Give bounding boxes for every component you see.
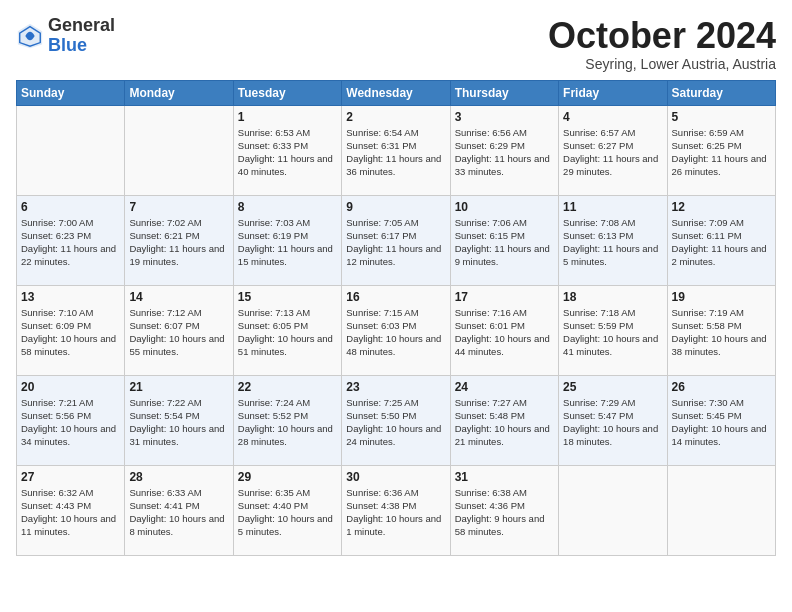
calendar-day-cell: 4Sunrise: 6:57 AMSunset: 6:27 PMDaylight… [559,105,667,195]
weekday-header-tuesday: Tuesday [233,80,341,105]
logo-icon [16,22,44,50]
day-detail: Sunrise: 6:35 AMSunset: 4:40 PMDaylight:… [238,486,337,539]
weekday-header-friday: Friday [559,80,667,105]
day-number: 7 [129,200,228,214]
day-detail: Sunrise: 7:25 AMSunset: 5:50 PMDaylight:… [346,396,445,449]
calendar-day-cell: 20Sunrise: 7:21 AMSunset: 5:56 PMDayligh… [17,375,125,465]
day-number: 24 [455,380,554,394]
day-number: 26 [672,380,771,394]
calendar-day-cell: 7Sunrise: 7:02 AMSunset: 6:21 PMDaylight… [125,195,233,285]
calendar-day-cell: 5Sunrise: 6:59 AMSunset: 6:25 PMDaylight… [667,105,775,195]
day-number: 27 [21,470,120,484]
calendar-day-cell: 12Sunrise: 7:09 AMSunset: 6:11 PMDayligh… [667,195,775,285]
calendar-day-cell: 25Sunrise: 7:29 AMSunset: 5:47 PMDayligh… [559,375,667,465]
day-detail: Sunrise: 6:56 AMSunset: 6:29 PMDaylight:… [455,126,554,179]
day-number: 29 [238,470,337,484]
day-detail: Sunrise: 7:03 AMSunset: 6:19 PMDaylight:… [238,216,337,269]
calendar-day-cell [667,465,775,555]
month-title: October 2024 [548,16,776,56]
day-detail: Sunrise: 7:06 AMSunset: 6:15 PMDaylight:… [455,216,554,269]
day-number: 28 [129,470,228,484]
day-number: 8 [238,200,337,214]
location-subtitle: Seyring, Lower Austria, Austria [548,56,776,72]
day-number: 6 [21,200,120,214]
day-detail: Sunrise: 7:09 AMSunset: 6:11 PMDaylight:… [672,216,771,269]
day-number: 20 [21,380,120,394]
day-detail: Sunrise: 7:13 AMSunset: 6:05 PMDaylight:… [238,306,337,359]
day-number: 25 [563,380,662,394]
calendar-day-cell: 24Sunrise: 7:27 AMSunset: 5:48 PMDayligh… [450,375,558,465]
calendar-table: SundayMondayTuesdayWednesdayThursdayFrid… [16,80,776,556]
calendar-day-cell: 6Sunrise: 7:00 AMSunset: 6:23 PMDaylight… [17,195,125,285]
calendar-week-row: 13Sunrise: 7:10 AMSunset: 6:09 PMDayligh… [17,285,776,375]
calendar-day-cell: 26Sunrise: 7:30 AMSunset: 5:45 PMDayligh… [667,375,775,465]
day-number: 3 [455,110,554,124]
day-number: 13 [21,290,120,304]
weekday-header-saturday: Saturday [667,80,775,105]
day-number: 18 [563,290,662,304]
day-number: 11 [563,200,662,214]
day-detail: Sunrise: 7:05 AMSunset: 6:17 PMDaylight:… [346,216,445,269]
day-detail: Sunrise: 7:02 AMSunset: 6:21 PMDaylight:… [129,216,228,269]
day-detail: Sunrise: 7:10 AMSunset: 6:09 PMDaylight:… [21,306,120,359]
day-number: 1 [238,110,337,124]
day-detail: Sunrise: 6:36 AMSunset: 4:38 PMDaylight:… [346,486,445,539]
calendar-body: 1Sunrise: 6:53 AMSunset: 6:33 PMDaylight… [17,105,776,555]
day-detail: Sunrise: 7:08 AMSunset: 6:13 PMDaylight:… [563,216,662,269]
day-number: 31 [455,470,554,484]
calendar-day-cell: 13Sunrise: 7:10 AMSunset: 6:09 PMDayligh… [17,285,125,375]
calendar-week-row: 6Sunrise: 7:00 AMSunset: 6:23 PMDaylight… [17,195,776,285]
day-number: 10 [455,200,554,214]
calendar-day-cell: 9Sunrise: 7:05 AMSunset: 6:17 PMDaylight… [342,195,450,285]
day-detail: Sunrise: 7:16 AMSunset: 6:01 PMDaylight:… [455,306,554,359]
weekday-header-row: SundayMondayTuesdayWednesdayThursdayFrid… [17,80,776,105]
calendar-day-cell: 21Sunrise: 7:22 AMSunset: 5:54 PMDayligh… [125,375,233,465]
calendar-day-cell: 18Sunrise: 7:18 AMSunset: 5:59 PMDayligh… [559,285,667,375]
day-detail: Sunrise: 7:00 AMSunset: 6:23 PMDaylight:… [21,216,120,269]
day-number: 16 [346,290,445,304]
calendar-day-cell: 8Sunrise: 7:03 AMSunset: 6:19 PMDaylight… [233,195,341,285]
calendar-day-cell: 16Sunrise: 7:15 AMSunset: 6:03 PMDayligh… [342,285,450,375]
day-detail: Sunrise: 6:59 AMSunset: 6:25 PMDaylight:… [672,126,771,179]
calendar-header: SundayMondayTuesdayWednesdayThursdayFrid… [17,80,776,105]
calendar-day-cell: 10Sunrise: 7:06 AMSunset: 6:15 PMDayligh… [450,195,558,285]
day-detail: Sunrise: 7:22 AMSunset: 5:54 PMDaylight:… [129,396,228,449]
calendar-day-cell: 2Sunrise: 6:54 AMSunset: 6:31 PMDaylight… [342,105,450,195]
day-number: 21 [129,380,228,394]
day-number: 9 [346,200,445,214]
day-detail: Sunrise: 7:30 AMSunset: 5:45 PMDaylight:… [672,396,771,449]
calendar-day-cell: 22Sunrise: 7:24 AMSunset: 5:52 PMDayligh… [233,375,341,465]
calendar-day-cell: 19Sunrise: 7:19 AMSunset: 5:58 PMDayligh… [667,285,775,375]
calendar-day-cell: 15Sunrise: 7:13 AMSunset: 6:05 PMDayligh… [233,285,341,375]
title-block: October 2024 Seyring, Lower Austria, Aus… [548,16,776,72]
day-number: 19 [672,290,771,304]
calendar-day-cell: 11Sunrise: 7:08 AMSunset: 6:13 PMDayligh… [559,195,667,285]
weekday-header-thursday: Thursday [450,80,558,105]
day-detail: Sunrise: 6:53 AMSunset: 6:33 PMDaylight:… [238,126,337,179]
calendar-week-row: 1Sunrise: 6:53 AMSunset: 6:33 PMDaylight… [17,105,776,195]
calendar-day-cell: 3Sunrise: 6:56 AMSunset: 6:29 PMDaylight… [450,105,558,195]
weekday-header-wednesday: Wednesday [342,80,450,105]
calendar-day-cell: 17Sunrise: 7:16 AMSunset: 6:01 PMDayligh… [450,285,558,375]
day-detail: Sunrise: 6:57 AMSunset: 6:27 PMDaylight:… [563,126,662,179]
calendar-day-cell: 1Sunrise: 6:53 AMSunset: 6:33 PMDaylight… [233,105,341,195]
day-detail: Sunrise: 6:33 AMSunset: 4:41 PMDaylight:… [129,486,228,539]
calendar-day-cell: 31Sunrise: 6:38 AMSunset: 4:36 PMDayligh… [450,465,558,555]
logo-blue-text: Blue [48,35,87,55]
calendar-week-row: 27Sunrise: 6:32 AMSunset: 4:43 PMDayligh… [17,465,776,555]
day-detail: Sunrise: 7:24 AMSunset: 5:52 PMDaylight:… [238,396,337,449]
day-number: 30 [346,470,445,484]
page-header: General Blue October 2024 Seyring, Lower… [16,16,776,72]
calendar-day-cell: 30Sunrise: 6:36 AMSunset: 4:38 PMDayligh… [342,465,450,555]
day-detail: Sunrise: 7:19 AMSunset: 5:58 PMDaylight:… [672,306,771,359]
calendar-day-cell: 28Sunrise: 6:33 AMSunset: 4:41 PMDayligh… [125,465,233,555]
calendar-day-cell: 14Sunrise: 7:12 AMSunset: 6:07 PMDayligh… [125,285,233,375]
calendar-day-cell: 27Sunrise: 6:32 AMSunset: 4:43 PMDayligh… [17,465,125,555]
day-number: 17 [455,290,554,304]
day-number: 15 [238,290,337,304]
day-number: 23 [346,380,445,394]
logo-general-text: General [48,15,115,35]
day-detail: Sunrise: 7:18 AMSunset: 5:59 PMDaylight:… [563,306,662,359]
day-detail: Sunrise: 7:27 AMSunset: 5:48 PMDaylight:… [455,396,554,449]
calendar-week-row: 20Sunrise: 7:21 AMSunset: 5:56 PMDayligh… [17,375,776,465]
